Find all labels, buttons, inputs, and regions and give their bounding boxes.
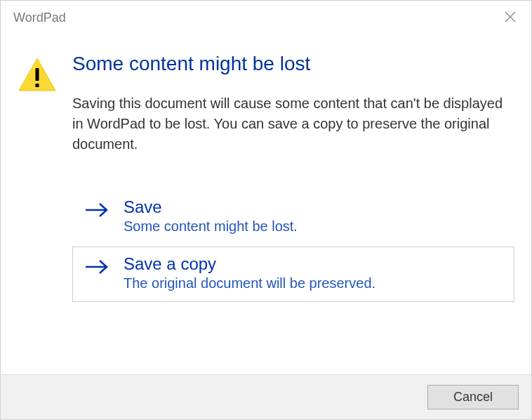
dialog-body: Saving this document will cause some con… (72, 93, 514, 155)
svg-rect-4 (36, 84, 39, 87)
close-button[interactable] (499, 8, 521, 27)
warning-icon (18, 55, 57, 95)
option-save-copy-subtitle: The original document will be preserved. (124, 275, 503, 291)
option-save-subtitle: Some content might be lost. (124, 218, 503, 235)
option-save[interactable]: Save Some content might be lost. (72, 190, 514, 245)
option-save-copy-text: Save a copy The original document will b… (124, 254, 503, 291)
app-title: WordPad (13, 11, 66, 25)
option-save-copy-title: Save a copy (124, 254, 503, 274)
cancel-button[interactable]: Cancel (427, 385, 519, 409)
titlebar: WordPad (1, 1, 531, 30)
content-area: Some content might be lost Saving this d… (1, 30, 531, 374)
dialog-footer: Cancel (1, 374, 531, 419)
option-save-title: Save (124, 197, 503, 217)
arrow-right-icon (84, 202, 111, 221)
option-save-copy[interactable]: Save a copy The original document will b… (72, 247, 514, 302)
dialog-window: WordPad Some content might be lost Savin… (0, 0, 532, 420)
arrow-right-icon (84, 258, 111, 278)
svg-rect-3 (36, 68, 39, 81)
close-icon (505, 11, 516, 22)
main-content: Some content might be lost Saving this d… (72, 53, 514, 360)
warning-icon-container (18, 53, 57, 360)
option-save-text: Save Some content might be lost. (124, 197, 503, 235)
dialog-heading: Some content might be lost (72, 53, 514, 75)
